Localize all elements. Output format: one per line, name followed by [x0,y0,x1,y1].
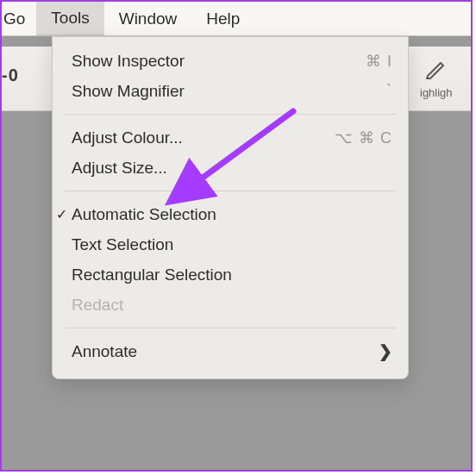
app-frame: Go Tools Window Help -0 ighligh Show Ins… [0,0,473,472]
menu-tools[interactable]: Tools [36,2,103,35]
menu-automatic-selection[interactable]: ✓ Automatic Selection [53,199,408,229]
menu-window[interactable]: Window [104,2,192,35]
tools-menu-dropdown: Show Inspector ⌘ I Show Magnifier ` Adju… [52,36,409,379]
shortcut-text: ` [386,82,392,100]
menu-help[interactable]: Help [191,2,254,35]
menu-rectangular-selection[interactable]: Rectangular Selection [53,259,408,290]
menu-annotate[interactable]: Annotate ❯ [53,336,408,366]
menu-show-magnifier[interactable]: Show Magnifier ` [53,76,408,106]
shortcut-text: ⌥ ⌘ C [335,128,392,147]
window-title-fragment: -0 [2,66,19,85]
shortcut-text: ⌘ I [366,52,392,71]
menu-adjust-colour[interactable]: Adjust Colour... ⌥ ⌘ C [53,122,408,153]
menu-separator [65,191,396,191]
menu-adjust-size[interactable]: Adjust Size... [53,153,408,183]
menu-go[interactable]: Go [2,2,36,35]
menu-show-inspector[interactable]: Show Inspector ⌘ I [53,46,408,76]
menu-separator [65,328,396,328]
checkmark-icon: ✓ [56,206,67,222]
menu-separator [65,114,396,115]
menu-bar: Go Tools Window Help [2,2,471,36]
highlight-icon[interactable] [423,58,448,85]
menu-text-selection[interactable]: Text Selection [53,229,408,259]
highlight-label: ighligh [420,86,453,99]
chevron-right-icon: ❯ [379,341,392,361]
menu-redact: Redact [53,290,408,320]
